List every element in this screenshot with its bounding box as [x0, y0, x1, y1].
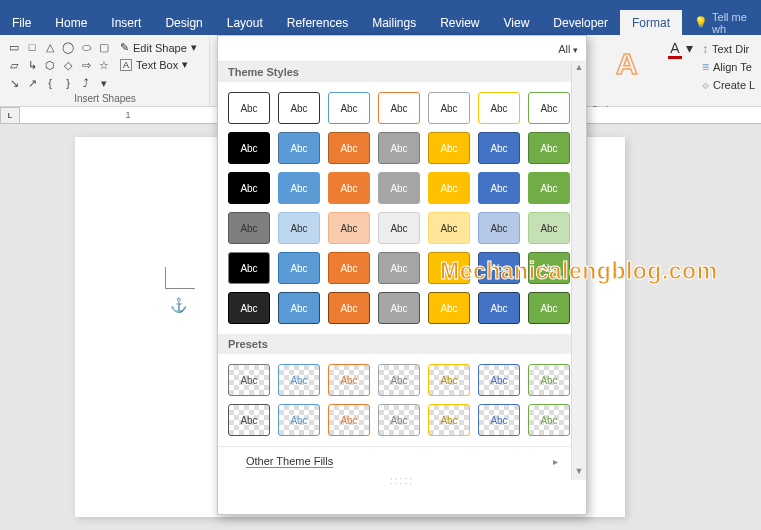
ribbon-tabs: FileHomeInsertDesignLayoutReferencesMail…: [0, 10, 761, 35]
theme-style-cell[interactable]: Abc: [278, 252, 320, 284]
preset-style-cell[interactable]: Abc: [378, 404, 420, 436]
theme-style-cell[interactable]: Abc: [378, 172, 420, 204]
theme-style-cell[interactable]: Abc: [478, 92, 520, 124]
theme-style-cell[interactable]: Abc: [278, 172, 320, 204]
tab-review[interactable]: Review: [428, 10, 491, 35]
preset-style-cell[interactable]: Abc: [528, 404, 570, 436]
theme-style-cell[interactable]: Abc: [528, 292, 570, 324]
preset-style-cell[interactable]: Abc: [228, 364, 270, 396]
theme-style-cell[interactable]: Abc: [278, 212, 320, 244]
anchor-icon: ⚓: [170, 297, 187, 313]
theme-style-cell[interactable]: Abc: [428, 92, 470, 124]
theme-style-cell[interactable]: Abc: [228, 252, 270, 284]
theme-style-cell[interactable]: Abc: [328, 292, 370, 324]
theme-style-cell[interactable]: Abc: [378, 252, 420, 284]
theme-style-cell[interactable]: Abc: [228, 132, 270, 164]
preset-style-cell[interactable]: Abc: [328, 404, 370, 436]
align-text-icon: ≡: [702, 60, 709, 74]
edit-shape-icon: ✎: [120, 41, 129, 54]
theme-style-cell[interactable]: Abc: [478, 172, 520, 204]
preset-style-cell[interactable]: Abc: [278, 364, 320, 396]
theme-style-cell[interactable]: Abc: [428, 292, 470, 324]
theme-style-cell[interactable]: Abc: [478, 252, 520, 284]
theme-style-cell[interactable]: Abc: [428, 252, 470, 284]
theme-style-cell[interactable]: Abc: [428, 132, 470, 164]
theme-style-cell[interactable]: Abc: [328, 252, 370, 284]
theme-style-cell[interactable]: Abc: [328, 92, 370, 124]
text-direction-button[interactable]: ↕Text Dir: [702, 40, 755, 58]
shape-tools: ✎Edit Shape ▾ AText Box ▾: [120, 39, 197, 73]
preset-style-cell[interactable]: Abc: [428, 404, 470, 436]
preset-style-cell[interactable]: Abc: [328, 364, 370, 396]
title-bar: [0, 0, 761, 10]
theme-style-cell[interactable]: Abc: [328, 132, 370, 164]
text-box-button[interactable]: AText Box ▾: [120, 56, 197, 73]
theme-style-cell[interactable]: Abc: [378, 292, 420, 324]
group-insert-shapes: ▭□△◯⬭▢ ▱↳⬡◇⇨☆ ↘↗{}⤴▾ ✎Edit Shape ▾ AText…: [0, 35, 210, 106]
preset-styles-grid: AbcAbcAbcAbcAbcAbcAbcAbcAbcAbcAbcAbcAbcA…: [218, 354, 586, 446]
theme-style-cell[interactable]: Abc: [228, 292, 270, 324]
tab-home[interactable]: Home: [43, 10, 99, 35]
gallery-filter[interactable]: All: [218, 36, 586, 62]
scroll-down-icon[interactable]: ▼: [572, 466, 586, 480]
theme-style-cell[interactable]: Abc: [378, 92, 420, 124]
svg-text:A: A: [616, 47, 638, 80]
theme-style-cell[interactable]: Abc: [378, 212, 420, 244]
align-text-button[interactable]: ≡Align Te: [702, 58, 755, 76]
preset-style-cell[interactable]: Abc: [428, 364, 470, 396]
tab-format[interactable]: Format: [620, 10, 682, 35]
resize-grip[interactable]: :::::: [218, 475, 586, 488]
preset-style-cell[interactable]: Abc: [228, 404, 270, 436]
theme-style-cell[interactable]: Abc: [528, 132, 570, 164]
tab-insert[interactable]: Insert: [99, 10, 153, 35]
tab-references[interactable]: References: [275, 10, 360, 35]
other-theme-fills[interactable]: Other Theme Fills: [218, 446, 586, 475]
edit-shape-button[interactable]: ✎Edit Shape ▾: [120, 39, 197, 56]
bulb-icon: 💡: [694, 16, 708, 29]
theme-style-cell[interactable]: Abc: [228, 172, 270, 204]
text-fill-button[interactable]: A ▾: [668, 40, 693, 59]
theme-style-cell[interactable]: Abc: [528, 92, 570, 124]
theme-style-cell[interactable]: Abc: [278, 92, 320, 124]
selected-frame[interactable]: [165, 267, 195, 289]
create-link-button[interactable]: ⟐Create L: [702, 76, 755, 94]
tab-view[interactable]: View: [492, 10, 542, 35]
theme-style-cell[interactable]: Abc: [478, 132, 520, 164]
scroll-up-icon[interactable]: ▲: [572, 62, 586, 76]
text-tools: ↕Text Dir ≡Align Te ⟐Create L: [702, 40, 755, 94]
theme-style-cell[interactable]: Abc: [428, 172, 470, 204]
theme-style-cell[interactable]: Abc: [228, 212, 270, 244]
theme-style-cell[interactable]: Abc: [328, 212, 370, 244]
theme-style-cell[interactable]: Abc: [228, 92, 270, 124]
preset-style-cell[interactable]: Abc: [278, 404, 320, 436]
preset-style-cell[interactable]: Abc: [478, 404, 520, 436]
tell-me[interactable]: 💡Tell me wh: [682, 10, 761, 35]
theme-style-cell[interactable]: Abc: [278, 292, 320, 324]
text-direction-icon: ↕: [702, 42, 708, 56]
shape-styles-gallery: All Theme Styles AbcAbcAbcAbcAbcAbcAbcAb…: [217, 35, 587, 515]
tab-layout[interactable]: Layout: [215, 10, 275, 35]
theme-style-cell[interactable]: Abc: [528, 212, 570, 244]
section-theme-styles: Theme Styles: [218, 62, 586, 82]
theme-style-cell[interactable]: Abc: [378, 132, 420, 164]
tab-developer[interactable]: Developer: [541, 10, 620, 35]
theme-style-cell[interactable]: Abc: [328, 172, 370, 204]
tab-file[interactable]: File: [0, 10, 43, 35]
create-link-icon: ⟐: [702, 78, 709, 92]
wordart-styles-button[interactable]: A: [608, 42, 652, 86]
preset-style-cell[interactable]: Abc: [528, 364, 570, 396]
tab-mailings[interactable]: Mailings: [360, 10, 428, 35]
theme-style-cell[interactable]: Abc: [478, 212, 520, 244]
theme-style-cell[interactable]: Abc: [478, 292, 520, 324]
text-box-icon: A: [120, 59, 132, 71]
theme-style-cell[interactable]: Abc: [528, 172, 570, 204]
theme-style-cell[interactable]: Abc: [528, 252, 570, 284]
preset-style-cell[interactable]: Abc: [378, 364, 420, 396]
theme-style-cell[interactable]: Abc: [428, 212, 470, 244]
preset-style-cell[interactable]: Abc: [478, 364, 520, 396]
gallery-scrollbar[interactable]: ▲ ▼: [571, 62, 586, 480]
theme-style-cell[interactable]: Abc: [278, 132, 320, 164]
tab-design[interactable]: Design: [153, 10, 214, 35]
section-presets: Presets: [218, 334, 586, 354]
group-label-insert-shapes: Insert Shapes: [0, 93, 210, 104]
